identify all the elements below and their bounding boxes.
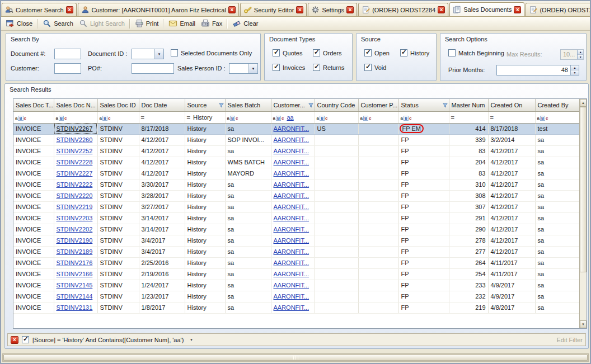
grid-cell[interactable]: 277 [449,246,488,257]
grid-cell[interactable]: INVOICE [13,291,54,302]
grid-cell[interactable] [358,134,398,145]
grid-cell[interactable]: 2/19/2016 [139,268,185,280]
grid-cell[interactable] [358,302,398,313]
grid-cell[interactable]: History [185,235,225,246]
grid-cell[interactable]: AARONFIT... [271,212,315,224]
close-button[interactable]: Close [3,18,35,29]
customer-link[interactable]: AARONFIT... [274,159,309,166]
customer-link[interactable]: AARONFIT... [274,192,309,199]
grid-cell[interactable]: 219 [449,302,488,313]
grid-cell[interactable]: FP EM [398,123,449,134]
grid-cell[interactable]: AARONFIT... [271,246,315,257]
column-header[interactable]: Master Num [449,99,488,111]
grid-cell[interactable]: STDINV [97,268,139,280]
grid-cell[interactable]: STDINV [97,145,139,157]
grid-cell[interactable]: sa [225,291,271,302]
grid-cell[interactable]: sa [225,190,271,201]
grid-cell[interactable]: INVOICE [13,145,54,157]
column-header[interactable]: Sales Doc N... [54,99,97,111]
grid-cell[interactable]: History [185,257,225,268]
grid-cell[interactable] [358,145,398,157]
table-row[interactable]: INVOICESTDINV2202STDINV3/14/2017Historys… [13,224,579,235]
grid-cell[interactable]: STDINV2145 [54,280,97,291]
grid-cell[interactable]: STDINV2219 [54,201,97,212]
grid-cell[interactable]: sa [535,291,579,302]
grid-cell[interactable]: INVOICE [13,302,54,313]
sales-doc-link[interactable]: STDINV2260 [57,136,93,143]
grid-cell[interactable]: STDINV [97,257,139,268]
grid-cell[interactable]: STDINV2176 [54,257,97,268]
grid-cell[interactable]: US [315,123,358,134]
filter-cell[interactable]: aBcaa [271,111,315,123]
grid-cell[interactable]: 278 [449,235,488,246]
grid-cell[interactable]: INVOICE [13,190,54,201]
chevron-down-icon[interactable]: ▼ [154,49,163,59]
column-header[interactable]: Sales Batch [225,99,271,111]
table-row[interactable]: INVOICESTDINV2260STDINV4/12/2017HistoryS… [13,134,579,145]
filter-funnel-icon[interactable] [308,102,313,109]
grid-cell[interactable]: AARONFIT... [271,157,315,168]
column-header[interactable]: Source [185,99,225,111]
grid-cell[interactable]: 3/27/2017 [139,201,185,212]
grid-cell[interactable]: 4/12/2017 [488,168,535,179]
sales-doc-link[interactable]: STDINV2190 [57,237,93,244]
grid-cell[interactable]: INVOICE [13,168,54,179]
grid-cell[interactable] [315,179,358,190]
grid-cell[interactable]: 4/9/2017 [488,291,535,302]
sales-doc-link[interactable]: STDINV2166 [57,271,93,277]
grid-cell[interactable]: 204 [449,157,488,168]
grid-cell[interactable]: sa [535,224,579,235]
grid-cell[interactable]: AARONFIT... [271,123,315,134]
customer-link[interactable]: AARONFIT... [274,271,309,277]
customer-input[interactable] [54,63,81,74]
grid-cell[interactable]: 83 [449,168,488,179]
tab-close-icon[interactable]: × [228,6,236,13]
grid-cell[interactable]: 291 [449,212,488,224]
grid-cell[interactable]: INVOICE [13,123,54,134]
tab-customer-search[interactable]: Customer Search× [2,3,77,16]
grid-cell[interactable]: sa [535,134,579,145]
history-checkbox[interactable]: History [400,49,433,56]
grid-cell[interactable]: 264 [449,257,488,268]
grid-cell[interactable] [315,168,358,179]
grid-cell[interactable]: FP [398,235,449,246]
chevron-down-icon[interactable]: ▼ [248,64,257,73]
grid-cell[interactable]: STDINV2166 [54,268,97,280]
grid-cell[interactable] [315,212,358,224]
table-row[interactable]: INVOICESTDINV2252STDINV4/12/2017Historys… [13,145,579,157]
grid-cell[interactable]: 3/28/2017 [139,190,185,201]
tab-close-icon[interactable]: × [438,6,445,13]
grid-cell[interactable]: sa [535,280,579,291]
grid-cell[interactable] [315,280,358,291]
match-beginning-checkbox[interactable]: Match Beginning [448,49,504,56]
grid-cell[interactable]: History [185,291,225,302]
customer-link[interactable]: AARONFIT... [274,248,309,255]
grid-cell[interactable] [315,145,358,157]
grid-cell[interactable] [358,168,398,179]
search-button[interactable]: Search [40,18,76,29]
grid-cell[interactable]: History [185,157,225,168]
grid-cell[interactable]: AARONFIT... [271,291,315,302]
filter-cell[interactable]: aBc [97,111,139,123]
grid-cell[interactable]: 2/25/2016 [139,257,185,268]
grid-cell[interactable]: AARONFIT... [271,280,315,291]
vertical-scrollbar[interactable]: ▲ ▼ [579,99,587,328]
column-header[interactable]: Customer P... [358,99,398,111]
grid-cell[interactable]: 4/12/2017 [488,224,535,235]
grid-cell[interactable]: 4/12/2017 [488,246,535,257]
sales-doc-link[interactable]: STDINV2267 [57,125,93,132]
tab-customer-aaronfit0001-aaron-fi[interactable]: Customer: [AARONFIT0001] Aaron Fitz Elec… [78,3,239,16]
grid-cell[interactable]: sa [225,179,271,190]
customer-link[interactable]: AARONFIT... [274,204,309,210]
spin-down-icon[interactable]: ▼ [578,55,583,59]
grid-cell[interactable]: 308 [449,190,488,201]
spinner-arrows[interactable]: ▲▼ [570,65,579,75]
column-header[interactable]: Sales Doc T... [13,99,54,111]
grid-cell[interactable]: 1/8/2017 [139,302,185,313]
grid-cell[interactable]: STDINV2222 [54,179,97,190]
table-row[interactable]: INVOICESTDINV2131STDINV1/8/2017Historysa… [13,302,579,313]
grid-cell[interactable] [315,224,358,235]
tab-close-icon[interactable]: × [514,6,521,13]
sales-doc-link[interactable]: STDINV2202 [57,226,93,233]
tab-close-icon[interactable]: × [66,6,73,13]
